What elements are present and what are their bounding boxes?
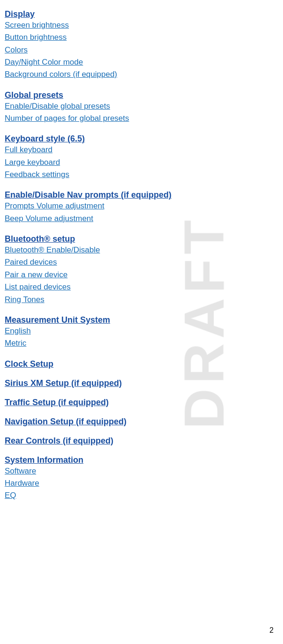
section-link-display-3[interactable]: Day/Night Color mode (5, 56, 274, 68)
section-header-navigation-setup[interactable]: Navigation Setup (if equipped) (5, 417, 127, 426)
section-global-presets: Global presetsEnable/Disable global pres… (5, 90, 274, 125)
section-bluetooth-setup: Bluetooth® setupBluetooth® Enable/Disabl… (5, 234, 274, 306)
section-sirius-xm: Sirius XM Setup (if equipped) (5, 378, 274, 388)
section-link-display-1[interactable]: Button brightness (5, 31, 274, 44)
section-rear-controls: Rear Controls (if equipped) (5, 436, 274, 446)
section-system-information: System InformationSoftwareHardwareEQ (5, 455, 274, 502)
section-link-nav-prompts-0[interactable]: Prompts Volume adjustment (5, 200, 274, 212)
section-link-measurement-unit-0[interactable]: English (5, 325, 274, 337)
section-header-sirius-xm[interactable]: Sirius XM Setup (if equipped) (5, 378, 122, 388)
section-link-system-information-0[interactable]: Software (5, 465, 274, 477)
section-header-keyboard-style[interactable]: Keyboard style (6.5) (5, 134, 85, 143)
section-link-keyboard-style-1[interactable]: Large keyboard (5, 156, 274, 169)
section-navigation-setup: Navigation Setup (if equipped) (5, 417, 274, 427)
section-nav-prompts: Enable/Disable Nav prompts (if equipped)… (5, 190, 274, 225)
section-clock-setup: Clock Setup (5, 359, 274, 369)
section-link-global-presets-1[interactable]: Number of pages for global presets (5, 112, 274, 125)
section-link-system-information-1[interactable]: Hardware (5, 477, 274, 489)
section-link-bluetooth-setup-3[interactable]: List paired devices (5, 281, 274, 293)
section-display: DisplayScreen brightnessButton brightnes… (5, 9, 274, 81)
section-link-keyboard-style-2[interactable]: Feedback settings (5, 169, 274, 181)
section-header-system-information[interactable]: System Information (5, 455, 83, 465)
section-header-bluetooth-setup[interactable]: Bluetooth® setup (5, 234, 75, 244)
section-link-measurement-unit-1[interactable]: Metric (5, 337, 274, 349)
section-header-clock-setup[interactable]: Clock Setup (5, 359, 53, 369)
section-link-display-4[interactable]: Background colors (if equipped) (5, 68, 274, 81)
section-link-display-0[interactable]: Screen brightness (5, 19, 274, 31)
section-link-bluetooth-setup-2[interactable]: Pair a new device (5, 269, 274, 281)
section-link-global-presets-0[interactable]: Enable/Disable global presets (5, 100, 274, 112)
section-header-display: Display (5, 9, 35, 19)
section-link-bluetooth-setup-0[interactable]: Bluetooth® Enable/Disable (5, 244, 274, 256)
section-link-display-2[interactable]: Colors (5, 44, 274, 56)
section-header-traffic-setup[interactable]: Traffic Setup (if equipped) (5, 398, 109, 407)
section-header-measurement-unit[interactable]: Measurement Unit System (5, 315, 110, 325)
section-link-bluetooth-setup-1[interactable]: Paired devices (5, 256, 274, 268)
section-keyboard-style: Keyboard style (6.5)Full keyboardLarge k… (5, 134, 274, 181)
section-header-nav-prompts[interactable]: Enable/Disable Nav prompts (if equipped) (5, 190, 171, 200)
section-measurement-unit: Measurement Unit SystemEnglishMetric (5, 315, 274, 350)
page-number: 2 (269, 626, 274, 635)
section-link-keyboard-style-0[interactable]: Full keyboard (5, 144, 274, 156)
section-link-system-information-2[interactable]: EQ (5, 489, 274, 502)
page-content: DisplayScreen brightnessButton brightnes… (5, 9, 274, 502)
section-header-global-presets[interactable]: Global presets (5, 90, 63, 100)
section-traffic-setup: Traffic Setup (if equipped) (5, 398, 274, 407)
section-header-rear-controls[interactable]: Rear Controls (if equipped) (5, 436, 113, 445)
section-link-bluetooth-setup-4[interactable]: Ring Tones (5, 294, 274, 306)
section-link-nav-prompts-1[interactable]: Beep Volume adjustment (5, 213, 274, 225)
